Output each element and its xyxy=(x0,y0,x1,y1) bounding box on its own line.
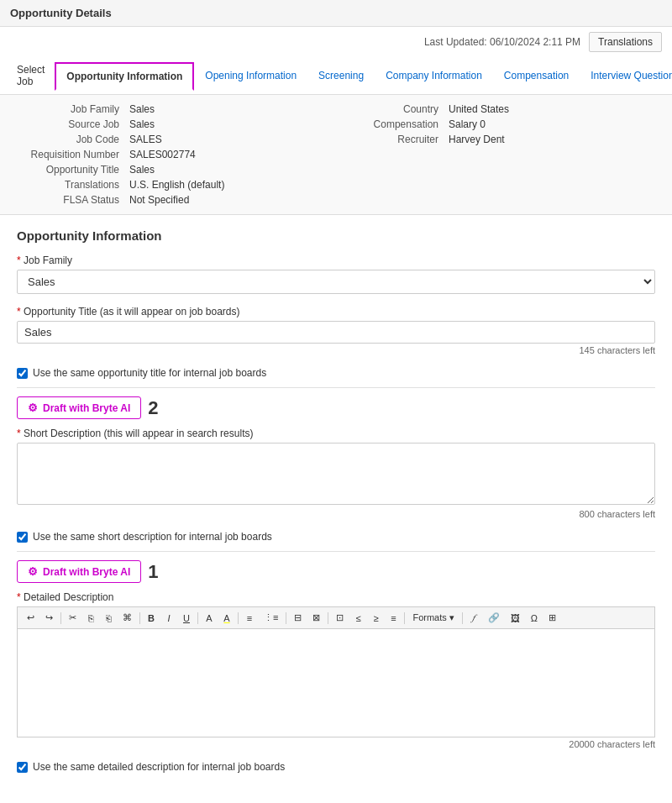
rte-sep-8 xyxy=(462,612,463,624)
rte-toolbar: ↩ ↪ ✂ ⎘ ⎗ ⌘ B I U A A ≡ ⋮≡ ⊟ ⊠ ⊡ ≤ ≥ ≡ xyxy=(17,606,655,628)
draft-number-1: 1 xyxy=(148,561,158,583)
rte-italic2[interactable]: 𝑓 xyxy=(465,610,482,626)
section-title: Opportunity Information xyxy=(17,228,655,243)
same-opportunity-checkbox-label: Use the same opportunity title for inter… xyxy=(33,367,266,379)
summary-right: Country United States Compensation Salar… xyxy=(336,103,655,206)
opportunity-title-input[interactable]: Sales xyxy=(17,321,655,344)
divider-2 xyxy=(17,551,655,552)
same-detailed-desc-checkbox-row: Use the same detailed description for in… xyxy=(17,761,655,773)
rte-font-color[interactable]: A xyxy=(201,611,218,626)
same-detailed-desc-checkbox[interactable] xyxy=(17,762,28,773)
rte-bold[interactable]: B xyxy=(143,611,160,626)
rte-align-right[interactable]: ≥ xyxy=(367,611,384,626)
rte-special-char[interactable]: Ω xyxy=(526,611,543,626)
divider-1 xyxy=(17,387,655,388)
rte-cut[interactable]: ✂ xyxy=(64,610,81,626)
summary-country: Country United States xyxy=(336,103,655,115)
translations-button[interactable]: Translations xyxy=(589,32,662,52)
nav-tabs: Select Job Opportunity Information Openi… xyxy=(0,57,672,95)
rte-sep-4 xyxy=(238,612,239,624)
job-family-field: * Job Family Sales Engineering Marketing… xyxy=(17,255,655,294)
summary-translations: Translations U.S. English (default) xyxy=(17,179,336,191)
summary-requisition-number: Requisition Number SALES002774 xyxy=(17,149,336,160)
rte-sep-7 xyxy=(404,612,405,624)
same-detailed-desc-checkbox-label: Use the same detailed description for in… xyxy=(33,761,285,773)
job-family-select[interactable]: Sales Engineering Marketing Finance HR xyxy=(17,270,655,294)
rte-table[interactable]: ⊞ xyxy=(543,610,561,626)
same-short-desc-checkbox-label: Use the same short description for inter… xyxy=(33,531,272,543)
summary-recruiter: Recruiter Harvey Dent xyxy=(336,134,655,145)
opportunity-title-field: * Opportunity Title (as it will appear o… xyxy=(17,306,655,355)
draft-ai-button-2[interactable]: ⚙ Draft with Bryte AI xyxy=(17,396,141,419)
main-content: Opportunity Information * Job Family Sal… xyxy=(0,215,672,786)
rte-sep-5 xyxy=(286,612,286,624)
detailed-desc-label: * Detailed Description xyxy=(17,591,655,603)
summary-section: Job Family Sales Source Job Sales Job Co… xyxy=(0,95,672,215)
tab-compensation[interactable]: Compensation xyxy=(493,62,580,89)
summary-opportunity-title: Opportunity Title Sales xyxy=(17,164,336,176)
rte-image[interactable]: 🖼 xyxy=(506,611,525,626)
same-short-desc-checkbox-row: Use the same short description for inter… xyxy=(17,531,655,543)
rte-sep-6 xyxy=(328,612,328,624)
top-right-bar: Last Updated: 06/10/2024 2:11 PM Transla… xyxy=(0,27,672,57)
rte-link[interactable]: 🔗 xyxy=(483,610,505,626)
page-title: Opportunity Details xyxy=(10,7,112,19)
tab-opening-information[interactable]: Opening Information xyxy=(194,62,307,89)
rte-italic[interactable]: I xyxy=(160,611,177,626)
rte-sep-3 xyxy=(197,612,198,624)
short-desc-char-count: 800 characters left xyxy=(17,509,655,519)
short-desc-label: * Short Description (this will appear in… xyxy=(17,428,655,439)
rte-underline[interactable]: U xyxy=(178,611,195,626)
select-job-tab[interactable]: Select Job xyxy=(7,57,55,94)
detailed-desc-field: * Detailed Description ↩ ↪ ✂ ⎘ ⎗ ⌘ B I U… xyxy=(17,591,655,749)
short-desc-field: * Short Description (this will appear in… xyxy=(17,428,655,519)
draft-ai-row-2: ⚙ Draft with Bryte AI 2 xyxy=(17,396,655,419)
rte-align-left[interactable]: ⊡ xyxy=(331,610,349,626)
draft-ai-row-1: ⚙ Draft with Bryte AI 1 xyxy=(17,560,655,583)
draft-number-2: 2 xyxy=(148,397,158,419)
rte-paste[interactable]: ⎗ xyxy=(100,611,117,626)
rte-sep-2 xyxy=(139,612,140,624)
rte-copy[interactable]: ⎘ xyxy=(82,611,99,626)
rte-indent[interactable]: ⊠ xyxy=(307,610,325,626)
bryte-ai-icon-2: ⚙ xyxy=(28,402,38,414)
rte-formats[interactable]: Formats ▾ xyxy=(407,610,459,626)
tab-company-information[interactable]: Company Information xyxy=(375,62,493,89)
rte-bullet-list[interactable]: ≡ xyxy=(241,611,258,626)
short-desc-textarea[interactable] xyxy=(17,443,655,505)
rte-outdent[interactable]: ⊟ xyxy=(289,610,307,626)
summary-left: Job Family Sales Source Job Sales Job Co… xyxy=(17,103,336,206)
rte-align-center[interactable]: ≤ xyxy=(349,611,366,626)
same-opportunity-checkbox-row: Use the same opportunity title for inter… xyxy=(17,367,655,379)
last-updated-text: Last Updated: 06/10/2024 2:11 PM xyxy=(424,36,580,48)
rte-undo[interactable]: ↩ xyxy=(22,610,39,626)
summary-compensation: Compensation Salary 0 xyxy=(336,118,655,130)
opportunity-title-label: * Opportunity Title (as it will appear o… xyxy=(17,306,655,318)
rte-numbered-list[interactable]: ⋮≡ xyxy=(259,610,283,626)
detailed-desc-editor[interactable] xyxy=(17,628,655,737)
summary-job-code: Job Code SALES xyxy=(17,134,336,145)
job-family-label: * Job Family xyxy=(17,255,655,266)
summary-source-job: Source Job Sales xyxy=(17,118,336,130)
rte-align-justify[interactable]: ≡ xyxy=(385,611,402,626)
tab-interview-questions[interactable]: Interview Questions xyxy=(580,62,672,89)
bryte-ai-icon-1: ⚙ xyxy=(28,565,38,578)
tab-opportunity-information[interactable]: Opportunity Information xyxy=(55,62,194,91)
title-bar: Opportunity Details xyxy=(0,0,672,27)
summary-job-family: Job Family Sales xyxy=(17,103,336,115)
rte-sep-1 xyxy=(60,612,61,624)
rte-paste-text[interactable]: ⌘ xyxy=(118,610,137,626)
draft-ai-button-1[interactable]: ⚙ Draft with Bryte AI xyxy=(17,560,141,583)
rte-redo[interactable]: ↪ xyxy=(40,610,58,626)
tab-screening[interactable]: Screening xyxy=(307,62,375,89)
summary-flsa-status: FLSA Status Not Specified xyxy=(17,194,336,206)
same-short-desc-checkbox[interactable] xyxy=(17,532,28,543)
detailed-desc-char-count: 20000 characters left xyxy=(17,739,655,749)
same-opportunity-checkbox[interactable] xyxy=(17,368,28,379)
rte-bg-color[interactable]: A xyxy=(218,611,235,626)
opportunity-title-char-count: 145 characters left xyxy=(17,345,655,355)
